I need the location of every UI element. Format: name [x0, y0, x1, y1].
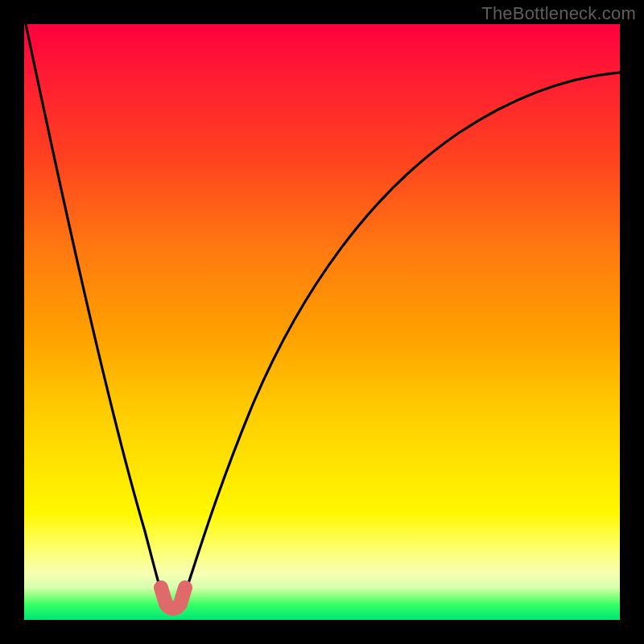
watermark-text: TheBottleneck.com	[481, 3, 636, 24]
curve-left-branch	[26, 24, 164, 602]
chart-frame: TheBottleneck.com	[0, 0, 644, 644]
valley-highlight	[161, 588, 185, 609]
plot-area	[24, 24, 620, 620]
curve-right-branch	[182, 72, 620, 602]
curve-layer	[24, 24, 620, 620]
